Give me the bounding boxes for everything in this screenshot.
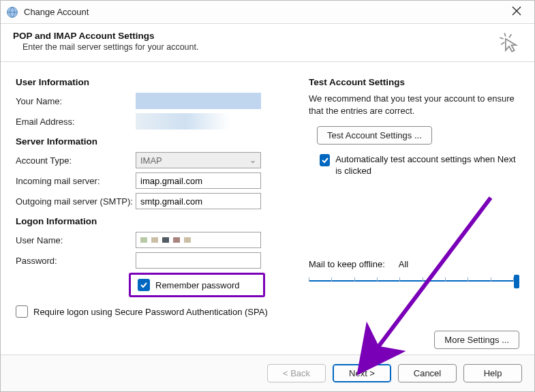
check-icon: [321, 156, 329, 164]
cancel-button[interactable]: Cancel: [398, 364, 457, 382]
remember-password-row[interactable]: Remember password: [129, 273, 265, 297]
username-field[interactable]: [136, 232, 261, 248]
header-band: POP and IMAP Account Settings Enter the …: [1, 24, 534, 62]
incoming-server-field[interactable]: [136, 172, 261, 189]
account-type-label: Account Type:: [16, 155, 136, 166]
outgoing-server-label: Outgoing mail server (SMTP):: [16, 196, 136, 207]
cursor-click-icon: [498, 31, 521, 54]
user-info-heading: User Information: [16, 77, 288, 87]
auto-test-row[interactable]: Automatically test account settings when…: [320, 154, 519, 177]
spa-label: Require logon using Secure Password Auth…: [33, 307, 268, 317]
help-button[interactable]: Help: [463, 364, 522, 382]
window-title: Change Account: [24, 7, 503, 17]
close-button[interactable]: [503, 3, 530, 21]
outgoing-server-field[interactable]: [136, 193, 261, 209]
password-field[interactable]: [136, 252, 261, 269]
username-label: User Name:: [16, 235, 136, 245]
offline-value: All: [399, 259, 408, 269]
email-address-label: Email Address:: [16, 117, 136, 127]
remember-password-label: Remember password: [155, 280, 240, 290]
globe-icon: [6, 6, 18, 18]
account-type-select: IMAP ⌄: [136, 152, 261, 168]
footer-bar: < Back Next > Cancel Help: [1, 355, 534, 391]
test-settings-desc: We recommend that you test your account …: [309, 93, 519, 117]
chevron-down-icon: ⌄: [249, 155, 256, 165]
server-info-heading: Server Information: [16, 136, 288, 147]
your-name-label: Your Name:: [16, 96, 136, 106]
next-button[interactable]: Next >: [333, 364, 391, 382]
auto-test-checkbox[interactable]: [320, 154, 330, 166]
title-bar: Change Account: [1, 1, 534, 24]
more-settings-button[interactable]: More Settings ...: [434, 331, 519, 349]
account-type-value: IMAP: [140, 155, 162, 166]
offline-label: Mail to keep offline:: [309, 259, 385, 269]
close-icon: [512, 6, 521, 16]
spa-checkbox[interactable]: [16, 305, 28, 318]
check-icon: [140, 281, 148, 289]
spa-row[interactable]: Require logon using Secure Password Auth…: [16, 305, 288, 318]
incoming-server-label: Incoming mail server:: [16, 176, 136, 186]
remember-password-checkbox[interactable]: [138, 279, 150, 291]
your-name-field[interactable]: [136, 93, 261, 109]
offline-slider[interactable]: [309, 273, 519, 286]
header-title: POP and IMAP Account Settings: [13, 31, 522, 41]
slider-thumb[interactable]: [514, 275, 519, 288]
logon-info-heading: Logon Information: [16, 216, 288, 226]
header-subtitle: Enter the mail server settings for your …: [13, 42, 522, 52]
password-label: Password:: [16, 256, 136, 266]
back-button[interactable]: < Back: [267, 364, 326, 382]
email-address-field[interactable]: [136, 113, 261, 130]
test-account-settings-button[interactable]: Test Account Settings ...: [317, 126, 432, 145]
auto-test-label: Automatically test account settings when…: [335, 154, 519, 177]
left-column: User Information Your Name: Email Addres…: [16, 74, 288, 349]
test-settings-heading: Test Account Settings: [309, 77, 519, 87]
right-column: Test Account Settings We recommend that …: [309, 74, 519, 349]
